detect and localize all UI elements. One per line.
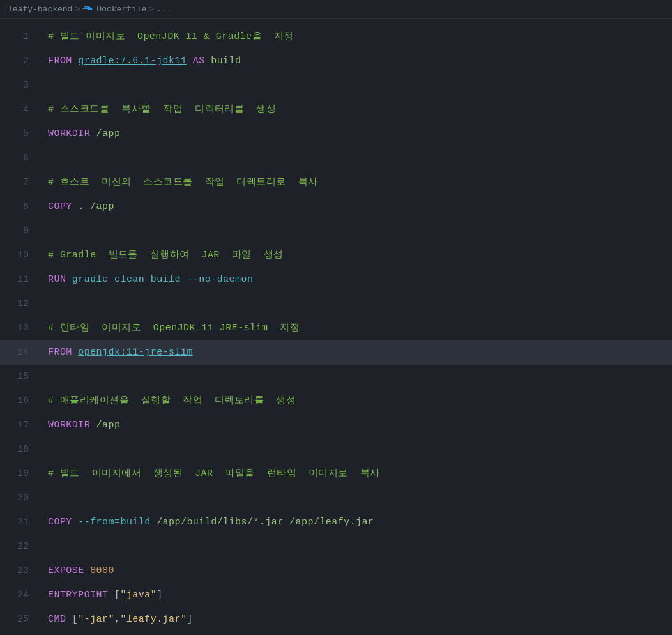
code-line: 7# 호스트 머신의 소스코드를 작업 디렉토리로 복사 — [0, 171, 672, 195]
code-line: 11RUN gradle clean build --no-daemon — [0, 268, 672, 292]
line-number: 20 — [0, 486, 42, 510]
code-line: 8COPY . /app — [0, 195, 672, 219]
line-number: 18 — [0, 438, 42, 462]
line-content: FROM gradle:7.6.1-jdk11 AS build — [42, 49, 672, 73]
code-line: 14FROM openjdk:11-jre-slim — [0, 340, 672, 365]
line-content: # 호스트 머신의 소스코드를 작업 디렉토리로 복사 — [42, 171, 672, 195]
line-content: EXPOSE 8080 — [42, 559, 672, 583]
code-line: 13# 런타임 이미지로 OpenJDK 11 JRE-slim 지정 — [0, 316, 672, 340]
line-number: 13 — [0, 316, 42, 340]
svg-rect-2 — [84, 6, 86, 8]
line-number: 1 — [0, 25, 42, 49]
code-line: 12 — [0, 292, 672, 316]
line-content — [42, 219, 672, 243]
breadcrumb-sep1: > — [75, 4, 80, 14]
line-content — [42, 438, 672, 462]
line-number: 25 — [0, 608, 42, 632]
line-content: # 애플리케이션을 실행할 작업 디렉토리를 생성 — [42, 389, 672, 413]
line-content: WORKDIR /app — [42, 413, 672, 438]
line-content: # Gradle 빌드를 실행하여 JAR 파일 생성 — [42, 243, 672, 268]
line-content: COPY . /app — [42, 195, 672, 219]
code-line: 6 — [0, 146, 672, 171]
code-line: 3 — [0, 73, 672, 98]
line-number: 22 — [0, 535, 42, 559]
line-number: 5 — [0, 122, 42, 146]
line-number: 4 — [0, 98, 42, 122]
code-line: 9 — [0, 219, 672, 243]
line-content — [42, 73, 672, 98]
svg-rect-0 — [83, 8, 84, 9]
line-content: ENTRYPOINT ["java"] — [42, 583, 672, 608]
line-content: # 런타임 이미지로 OpenJDK 11 JRE-slim 지정 — [42, 316, 672, 340]
line-content: # 빌드 이미지로 OpenJDK 11 & Gradle을 지정 — [42, 25, 672, 49]
breadcrumb-sep2: > — [149, 4, 154, 14]
line-number: 2 — [0, 49, 42, 73]
line-number: 10 — [0, 243, 42, 268]
code-line: 18 — [0, 438, 672, 462]
line-number: 23 — [0, 559, 42, 583]
line-number: 11 — [0, 268, 42, 292]
line-number: 19 — [0, 462, 42, 486]
code-line: 2FROM gradle:7.6.1-jdk11 AS build — [0, 49, 672, 73]
line-number: 6 — [0, 146, 42, 171]
line-content: WORKDIR /app — [42, 122, 672, 146]
line-number: 17 — [0, 413, 42, 438]
line-content — [42, 146, 672, 171]
line-number: 12 — [0, 292, 42, 316]
code-line: 15 — [0, 365, 672, 389]
code-editor: 1# 빌드 이미지로 OpenJDK 11 & Gradle을 지정2FROM … — [0, 19, 672, 635]
line-number: 24 — [0, 583, 42, 608]
line-content: CMD ["-jar","leafy.jar"] — [42, 608, 672, 632]
line-number: 21 — [0, 510, 42, 535]
code-line: 10# Gradle 빌드를 실행하여 JAR 파일 생성 — [0, 243, 672, 268]
code-line: 17WORKDIR /app — [0, 413, 672, 438]
code-line: 23EXPOSE 8080 — [0, 559, 672, 583]
code-line: 16# 애플리케이션을 실행할 작업 디렉토리를 생성 — [0, 389, 672, 413]
code-line: 25CMD ["-jar","leafy.jar"] — [0, 608, 672, 632]
line-content — [42, 535, 672, 559]
line-content: FROM openjdk:11-jre-slim — [42, 340, 672, 365]
line-number: 14 — [0, 340, 42, 365]
code-line: 20 — [0, 486, 672, 510]
line-content: # 빌드 이미지에서 생성된 JAR 파일을 런타임 이미지로 복사 — [42, 462, 672, 486]
line-number: 9 — [0, 219, 42, 243]
code-line: 4# 소스코드를 복사할 작업 디렉터리를 생성 — [0, 98, 672, 122]
line-content: # 소스코드를 복사할 작업 디렉터리를 생성 — [42, 98, 672, 122]
breadcrumb-project[interactable]: leafy-backend — [8, 4, 72, 14]
line-number: 3 — [0, 73, 42, 98]
code-line: 21COPY --from=build /app/build/libs/*.ja… — [0, 510, 672, 535]
breadcrumb: leafy-backend > Dockerfile > ... — [0, 0, 672, 19]
code-line: 24ENTRYPOINT ["java"] — [0, 583, 672, 608]
breadcrumb-filename[interactable]: Dockerfile — [96, 4, 146, 14]
line-number: 16 — [0, 389, 42, 413]
breadcrumb-extra: ... — [157, 4, 171, 14]
line-content: RUN gradle clean build --no-daemon — [42, 268, 672, 292]
line-number: 7 — [0, 171, 42, 195]
line-number: 15 — [0, 365, 42, 389]
code-line: 5WORKDIR /app — [0, 122, 672, 146]
code-line: 19# 빌드 이미지에서 생성된 JAR 파일을 런타임 이미지로 복사 — [0, 462, 672, 486]
line-content — [42, 365, 672, 389]
svg-rect-1 — [84, 8, 86, 9]
code-line: 1# 빌드 이미지로 OpenJDK 11 & Gradle을 지정 — [0, 25, 672, 49]
docker-icon — [82, 4, 93, 14]
line-number: 8 — [0, 195, 42, 219]
line-content — [42, 292, 672, 316]
line-content: COPY --from=build /app/build/libs/*.jar … — [42, 510, 672, 535]
code-line: 22 — [0, 535, 672, 559]
line-content — [42, 486, 672, 510]
